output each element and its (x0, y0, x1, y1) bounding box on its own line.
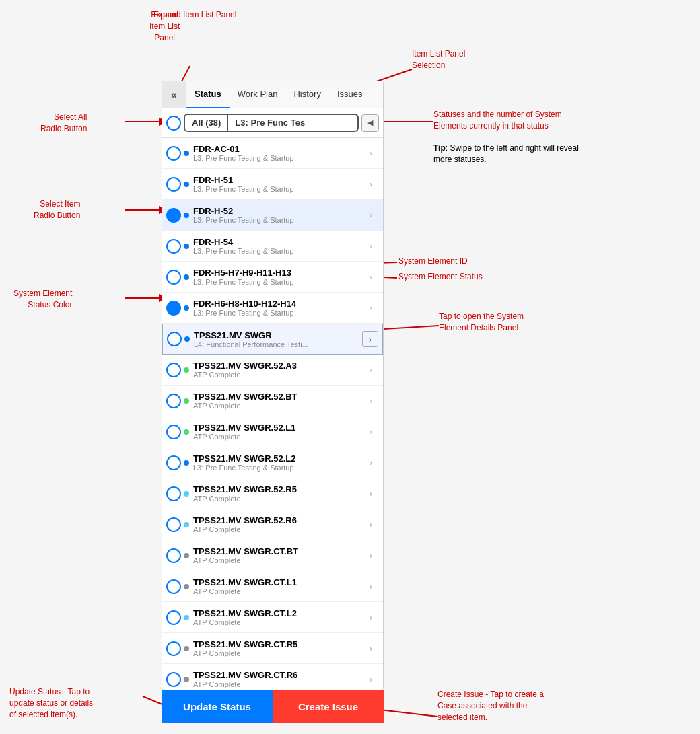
list-item[interactable]: TPSS21.MV SWGR.CT.L1 ATP Complete › (162, 571, 383, 602)
list-item[interactable]: TPSS21.MV SWGR.52.R6 ATP Complete › (162, 509, 383, 540)
list-item[interactable]: TPSS21.MV SWGR.CT.L2 ATP Complete › (162, 602, 383, 633)
item-id: TPSS21.MV SWGR (194, 330, 362, 340)
list-item[interactable]: TPSS21.MV SWGR L4: Functional Performanc… (162, 324, 383, 355)
list-item[interactable]: TPSS21.MV SWGR.CT.BT ATP Complete › (162, 540, 383, 571)
item-id: TPSS21.MV SWGR.CT.BT (193, 546, 363, 556)
select-all-radio[interactable] (166, 116, 181, 131)
item-text: TPSS21.MV SWGR L4: Functional Performanc… (194, 330, 362, 348)
item-radio[interactable] (166, 146, 181, 161)
item-id: TPSS21.MV SWGR.52.BT (193, 392, 363, 402)
status-dot (184, 305, 189, 311)
annotation-update-status: Update Status - Tap toupdate status or d… (9, 686, 93, 720)
item-radio[interactable] (166, 394, 181, 408)
list-item[interactable]: TPSS21.MV SWGR.CT.R6 ATP Complete › (162, 664, 383, 690)
chevron-icon: › (363, 145, 379, 161)
bottom-bar: Update Status Create Issue (162, 690, 384, 723)
tab-history[interactable]: History (285, 81, 328, 108)
tab-workplan[interactable]: Work Plan (230, 81, 286, 108)
item-status: ATP Complete (193, 371, 363, 379)
item-radio[interactable] (166, 455, 181, 470)
item-radio[interactable] (166, 548, 181, 563)
chevron-icon: › (363, 362, 379, 378)
item-radio[interactable] (166, 641, 181, 656)
item-radio[interactable] (166, 517, 181, 532)
item-text: TPSS21.MV SWGR.CT.R5 ATP Complete (193, 639, 363, 657)
item-id: TPSS21.MV SWGR.52.R6 (193, 515, 363, 525)
item-radio[interactable] (166, 486, 181, 501)
item-id: FDR-AC-01 (193, 144, 363, 154)
list-item[interactable]: TPSS21.MV SWGR.52.L2 L3: Pre Func Testin… (162, 447, 383, 478)
list-item[interactable]: FDR-AC-01 L3: Pre Func Testing & Startup… (162, 138, 383, 169)
list-item[interactable]: TPSS21.MV SWGR.CT.R5 ATP Complete › (162, 633, 383, 664)
create-issue-button[interactable]: Create Issue (273, 690, 384, 723)
list-item[interactable]: TPSS21.MV SWGR.52.BT ATP Complete › (162, 386, 383, 416)
list-item[interactable]: FDR-H-54 L3: Pre Func Testing & Startup … (162, 231, 383, 262)
item-status: L3: Pre Func Testing & Startup (193, 185, 363, 193)
item-text: TPSS21.MV SWGR.52.BT ATP Complete (193, 392, 363, 410)
item-text: TPSS21.MV SWGR.CT.R6 ATP Complete (193, 670, 363, 688)
item-text: FDR-H-52 L3: Pre Func Testing & Startup (193, 206, 363, 224)
list-item[interactable]: FDR-H-51 L3: Pre Func Testing & Startup … (162, 169, 383, 200)
status-pill-l3[interactable]: L3: Pre Func Tes (228, 115, 312, 131)
annotation-select-item: Select ItemRadio Button (34, 198, 80, 221)
chevron-icon: › (363, 610, 379, 626)
chevron-icon: › (363, 548, 379, 564)
item-text: FDR-H-51 L3: Pre Func Testing & Startup (193, 175, 363, 193)
item-radio[interactable] (166, 301, 181, 316)
list-item[interactable]: FDR-H-52 L3: Pre Func Testing & Startup … (162, 200, 383, 231)
list-item[interactable]: FDR-H5-H7-H9-H11-H13 L3: Pre Func Testin… (162, 262, 383, 293)
tab-status[interactable]: Status (186, 81, 230, 108)
item-text: TPSS21.MV SWGR.52.R6 ATP Complete (193, 515, 363, 534)
item-status: L3: Pre Func Testing & Startup (193, 216, 363, 224)
item-radio[interactable] (166, 208, 181, 223)
item-status: ATP Complete (193, 494, 363, 503)
update-status-button[interactable]: Update Status (162, 690, 273, 723)
status-dot (184, 213, 189, 218)
item-text: TPSS21.MV SWGR.CT.BT ATP Complete (193, 546, 363, 564)
status-dot (184, 429, 189, 435)
item-radio[interactable] (166, 363, 181, 377)
status-dot (184, 584, 189, 589)
item-id: FDR-H5-H7-H9-H11-H13 (193, 268, 363, 278)
tab-bar: « Status Work Plan History Issues (162, 81, 383, 108)
item-radio[interactable] (166, 579, 181, 594)
item-text: FDR-H5-H7-H9-H11-H13 L3: Pre Func Testin… (193, 268, 363, 286)
item-id: FDR-H-52 (193, 206, 363, 216)
item-status: ATP Complete (193, 680, 363, 688)
status-dot (184, 522, 189, 527)
item-id: FDR-H6-H8-H10-H12-H14 (193, 299, 363, 309)
annotation-select-all: Select AllRadio Button (40, 112, 87, 135)
item-id: TPSS21.MV SWGR.52.L1 (193, 423, 363, 433)
list-item[interactable]: TPSS21.MV SWGR.52.L1 ATP Complete › (162, 416, 383, 447)
item-status: ATP Complete (193, 402, 363, 410)
status-pill-all[interactable]: All (38) (185, 115, 228, 131)
tab-issues[interactable]: Issues (329, 81, 371, 108)
list-item[interactable]: TPSS21.MV SWGR.52.R5 ATP Complete › (162, 478, 383, 509)
chevron-icon: › (363, 517, 379, 533)
main-panel: « Status Work Plan History Issues All (3… (162, 81, 384, 690)
item-text: FDR-H6-H8-H10-H12-H14 L3: Pre Func Testi… (193, 299, 363, 317)
annotation-create-issue: Create Issue - Tap to create aCase assoc… (438, 689, 544, 723)
chevron-icon: › (363, 269, 379, 285)
item-status: L3: Pre Func Testing & Startup (193, 309, 363, 317)
item-radio[interactable] (167, 332, 182, 346)
item-id: TPSS21.MV SWGR.52.A3 (193, 361, 363, 371)
chevron-icon[interactable]: › (362, 331, 378, 347)
item-status: ATP Complete (193, 649, 363, 657)
status-dot (184, 460, 189, 466)
list-item[interactable]: FDR-H6-H8-H10-H12-H14 L3: Pre Func Testi… (162, 293, 383, 324)
filter-scroll-left[interactable]: ◀ (361, 114, 379, 132)
item-radio[interactable] (166, 610, 181, 625)
collapse-button[interactable]: « (162, 81, 186, 108)
item-radio[interactable] (166, 239, 181, 254)
item-status: ATP Complete (193, 433, 363, 441)
item-radio[interactable] (166, 270, 181, 285)
item-radio[interactable] (166, 425, 181, 439)
item-radio[interactable] (166, 177, 181, 192)
annotation-status-color: System ElementStatus Color (13, 288, 72, 311)
annotation-statuses: Statuses and the number of SystemElement… (433, 109, 579, 166)
chevron-icon: › (363, 671, 379, 688)
item-status: L3: Pre Func Testing & Startup (193, 247, 363, 255)
list-item[interactable]: TPSS21.MV SWGR.52.A3 ATP Complete › (162, 355, 383, 386)
item-radio[interactable] (166, 672, 181, 687)
